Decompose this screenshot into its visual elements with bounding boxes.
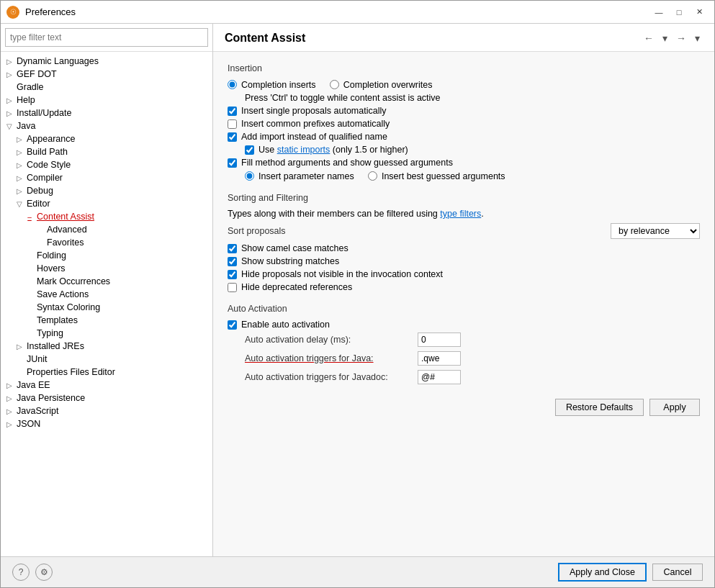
sort-proposals-label: Sort proposals: [228, 226, 286, 236]
sidebar-item-java-ee[interactable]: ▷ Java EE: [1, 379, 212, 392]
ctrl-hint-row: Press 'Ctrl' to toggle while content ass…: [228, 93, 700, 103]
completion-inserts-radio[interactable]: [228, 80, 237, 89]
sidebar-item-gradle[interactable]: Gradle: [1, 81, 212, 94]
sidebar-item-label: Installed JREs: [25, 341, 210, 351]
insertion-radio-row: Completion inserts Completion overwrites: [228, 79, 700, 90]
search-box: [1, 24, 212, 52]
search-input[interactable]: [5, 28, 208, 47]
enable-auto-checkbox[interactable]: [228, 320, 237, 330]
expand-icon: [24, 304, 35, 312]
forward-button[interactable]: →: [673, 31, 689, 45]
sidebar-item-java[interactable]: ▽ Java: [1, 119, 212, 132]
sidebar-item-favorites[interactable]: Favorites: [1, 236, 212, 249]
sidebar-item-dynamic-languages[interactable]: ▷ Dynamic Languages: [1, 55, 212, 68]
close-button[interactable]: ✕: [690, 4, 709, 20]
sidebar-item-label: JUnit: [25, 354, 210, 364]
expand-icon: ▷: [4, 96, 15, 104]
sidebar-item-install-update[interactable]: ▷ Install/Update: [1, 107, 212, 119]
sidebar-item-content-assist[interactable]: – Content Assist: [1, 210, 212, 223]
apply-button[interactable]: Apply: [649, 399, 700, 416]
expand-icon: [24, 330, 35, 338]
forward-dropdown-button[interactable]: ▾: [692, 31, 703, 45]
expand-icon: [24, 265, 35, 273]
static-imports-link[interactable]: static imports: [277, 145, 330, 155]
main-content: ▷ Dynamic Languages ▷ GEF DOT Gradle ▷ H…: [1, 24, 714, 556]
delay-input[interactable]: [418, 333, 461, 347]
common-prefix-checkbox[interactable]: [228, 119, 237, 129]
expand-icon: ▷: [14, 135, 25, 143]
sidebar-item-installed-jres[interactable]: ▷ Installed JREs: [1, 340, 212, 353]
minimize-button[interactable]: —: [649, 4, 668, 20]
expand-icon: ▷: [14, 148, 25, 156]
sidebar-item-label: Appearance: [25, 134, 210, 144]
expand-icon: [24, 291, 35, 299]
back-button[interactable]: ←: [641, 31, 657, 45]
titlebar-left: ☉ Preferences: [6, 6, 76, 19]
insertion-section: Insertion Completion inserts Completion …: [228, 63, 700, 181]
apply-and-close-button[interactable]: Apply and Close: [558, 563, 647, 582]
hide-proposals-row: Hide proposals not visible in the invoca…: [228, 269, 700, 279]
camel-case-checkbox[interactable]: [228, 244, 237, 253]
sidebar-item-debug[interactable]: ▷ Debug: [1, 184, 212, 197]
single-proposals-label: Insert single proposals automatically: [241, 106, 387, 116]
settings-button[interactable]: ⚙: [35, 564, 53, 581]
static-imports-checkbox[interactable]: [245, 145, 254, 155]
sidebar-item-junit[interactable]: JUnit: [1, 353, 212, 366]
sidebar-item-folding[interactable]: Folding: [1, 249, 212, 262]
substring-row: Show substring matches: [228, 256, 700, 266]
sidebar-item-advanced[interactable]: Advanced: [1, 223, 212, 236]
add-import-label: Add import instead of qualified name: [241, 132, 387, 142]
sidebar-item-build-path[interactable]: ▷ Build Path: [1, 145, 212, 158]
sidebar-item-appearance[interactable]: ▷ Appearance: [1, 132, 212, 145]
back-dropdown-button[interactable]: ▾: [660, 31, 670, 45]
sidebar-item-gef-dot[interactable]: ▷ GEF DOT: [1, 68, 212, 81]
param-guessed-radio[interactable]: [368, 171, 377, 181]
type-filters-link[interactable]: type filters: [440, 209, 481, 219]
sidebar-item-templates[interactable]: Templates: [1, 314, 212, 327]
fill-method-args-checkbox[interactable]: [228, 158, 237, 168]
expand-icon: ▷: [4, 381, 15, 389]
hide-deprecated-checkbox[interactable]: [228, 283, 237, 292]
sidebar-item-hovers[interactable]: Hovers: [1, 262, 212, 275]
param-names-radio[interactable]: [245, 171, 254, 181]
sort-proposals-select[interactable]: by relevance alphabetically by category: [611, 223, 700, 239]
sidebar-item-label: Content Assist: [35, 212, 210, 222]
sidebar-item-label: Build Path: [25, 147, 210, 157]
sidebar-item-label: Java Persistence: [15, 393, 210, 403]
expand-icon: ▷: [14, 343, 25, 350]
add-import-checkbox[interactable]: [228, 132, 237, 142]
sidebar-item-compiler[interactable]: ▷ Compiler: [1, 171, 212, 184]
sidebar-item-json[interactable]: ▷ JSON: [1, 417, 212, 430]
common-prefix-label: Insert common prefixes automatically: [241, 119, 390, 129]
completion-overwrites-radio[interactable]: [330, 80, 339, 89]
sidebar-item-typing[interactable]: Typing: [1, 327, 212, 340]
java-triggers-input[interactable]: [418, 351, 461, 366]
restore-defaults-button[interactable]: Restore Defaults: [555, 399, 644, 416]
delay-label: Auto activation delay (ms):: [245, 335, 418, 345]
sidebar-item-syntax-coloring[interactable]: Syntax Coloring: [1, 301, 212, 314]
cancel-button[interactable]: Cancel: [652, 564, 703, 581]
expand-icon: [24, 317, 35, 325]
sidebar-item-label: Favorites: [45, 238, 210, 248]
completion-overwrites-label: Completion overwrites: [343, 80, 433, 90]
sidebar-item-label: Advanced: [45, 225, 210, 235]
sidebar-item-mark-occurrences[interactable]: Mark Occurrences: [1, 275, 212, 288]
sidebar-item-save-actions[interactable]: Save Actions: [1, 288, 212, 301]
settings-icon: ⚙: [40, 567, 48, 577]
sidebar-item-javascript[interactable]: ▷ JavaScript: [1, 404, 212, 417]
sidebar-item-editor[interactable]: ▽ Editor: [1, 197, 212, 210]
sidebar-item-help[interactable]: ▷ Help: [1, 94, 212, 107]
sort-proposals-row: Sort proposals by relevance alphabetical…: [228, 223, 700, 239]
sidebar-item-label: Compiler: [25, 173, 210, 183]
sidebar-item-properties-files-editor[interactable]: Properties Files Editor: [1, 366, 212, 379]
single-proposals-checkbox[interactable]: [228, 107, 237, 116]
sidebar-item-java-persistence[interactable]: ▷ Java Persistence: [1, 392, 212, 404]
maximize-button[interactable]: □: [670, 4, 688, 20]
javadoc-triggers-input[interactable]: [418, 370, 461, 384]
sidebar-item-code-style[interactable]: ▷ Code Style: [1, 158, 212, 171]
substring-checkbox[interactable]: [228, 257, 237, 266]
help-button[interactable]: ?: [12, 564, 30, 581]
hide-proposals-checkbox[interactable]: [228, 270, 237, 279]
hide-deprecated-label: Hide deprecated references: [241, 282, 352, 292]
expand-icon: ▷: [4, 71, 15, 78]
